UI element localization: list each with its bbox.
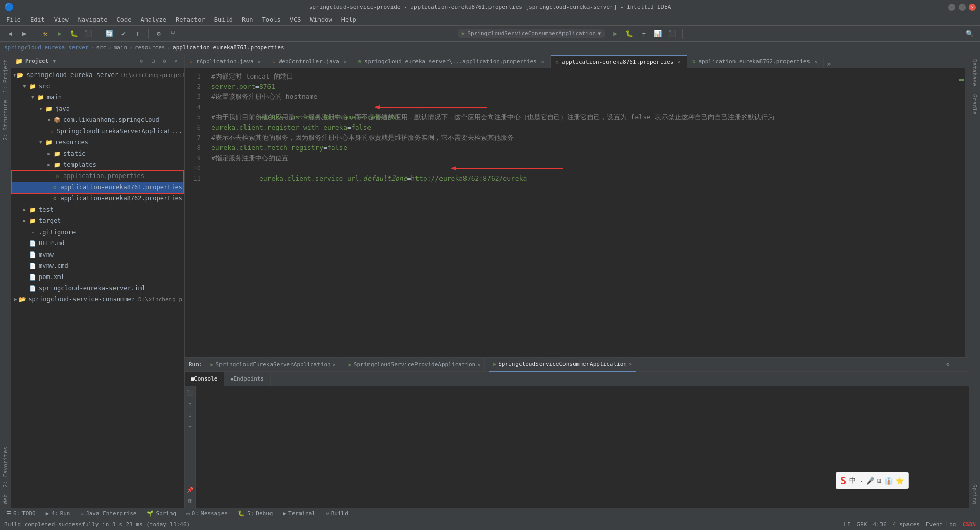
status-encoding[interactable]: GRK xyxy=(857,521,867,528)
tree-item-consummer[interactable]: ▶ 📂 springcloud-service-consummer D:\xin… xyxy=(11,294,184,305)
search-everywhere-button[interactable]: 🔍 xyxy=(964,28,976,40)
tab-eureka8762[interactable]: ⚙ application-eureka8762.properties ✕ xyxy=(687,55,824,68)
pin-button[interactable]: 📌 xyxy=(186,485,195,494)
bottom-tool-todo[interactable]: ☰ 6: TODO xyxy=(3,510,39,517)
run-settings-button[interactable]: ⚙ xyxy=(943,360,952,369)
run-minimize-button[interactable]: — xyxy=(955,360,965,369)
toolbar-settings-button[interactable]: ⚙ xyxy=(153,28,165,40)
tree-item-eureka8761[interactable]: ▶ ⚙ application-eureka8761.properties xyxy=(11,182,184,193)
toolbar-stop-button[interactable]: ⬛ xyxy=(82,28,94,40)
toolbar-update-button[interactable]: 🔄 xyxy=(103,28,115,40)
breadcrumb-resources[interactable]: resources xyxy=(135,44,165,51)
bottom-tool-messages[interactable]: ✉ 0: Messages xyxy=(183,510,231,517)
stop-run-button[interactable]: ⬛ xyxy=(186,388,195,397)
wrap-button[interactable]: ↩ xyxy=(186,422,195,431)
tree-item-java[interactable]: ▼ 📁 java xyxy=(11,103,184,114)
menu-view[interactable]: View xyxy=(50,15,73,24)
tree-item-help[interactable]: ▶ 📄 HELP.md xyxy=(11,238,184,249)
menu-tools[interactable]: Tools xyxy=(258,15,285,24)
bottom-tool-java-enterprise[interactable]: ☕ Java Enterprise xyxy=(78,510,140,517)
tab-app-props[interactable]: ⚙ springcloud-eureka-server\...applicati… xyxy=(353,55,551,68)
run-tab-close-consummer[interactable]: ✕ xyxy=(629,361,632,367)
menu-edit[interactable]: Edit xyxy=(26,15,49,24)
breadcrumb-project[interactable]: springcloud-eureka-server xyxy=(4,44,89,51)
tab-close-eureka8761[interactable]: ✕ xyxy=(676,59,681,65)
tool-project[interactable]: 1: Project xyxy=(1,56,10,96)
panel-close-button[interactable]: ✕ xyxy=(171,57,180,66)
toolbar-forward-button[interactable]: ▶ xyxy=(18,28,31,40)
toolbar-build-button[interactable]: ⚒ xyxy=(39,28,52,40)
close-button[interactable]: ✕ xyxy=(969,4,976,11)
status-lf[interactable]: LF xyxy=(844,521,850,528)
tree-item-app-props[interactable]: ▶ ⚙ application.properties xyxy=(11,170,184,182)
tab-close-rApplication[interactable]: ✕ xyxy=(257,58,262,65)
console-output[interactable] xyxy=(196,386,969,508)
tab-WebController[interactable]: ☕ WebController.java ✕ xyxy=(267,55,353,68)
menu-help[interactable]: Help xyxy=(337,15,360,24)
stop-app-button[interactable]: ⬛ xyxy=(666,28,678,40)
tree-item-iml[interactable]: ▶ 📄 springcloud-eureka-server.iml xyxy=(11,283,184,294)
tree-item-package[interactable]: ▼ 📦 com.lixuanhong.springcloud xyxy=(11,114,184,125)
console-tab-console[interactable]: ■ Console xyxy=(185,372,224,386)
tab-close-eureka8762[interactable]: ✕ xyxy=(813,58,818,65)
scroll-down-button[interactable]: ↓ xyxy=(186,411,195,420)
run-tab-consummer[interactable]: ▶ SpringcloudServiceConsummerApplication… xyxy=(489,358,636,372)
bottom-tool-debug[interactable]: 🐛 5: Debug xyxy=(235,510,276,517)
tool-favorites[interactable]: 2: Favorites xyxy=(1,444,10,490)
code-editor[interactable]: #内嵌定时 tomcat 的端口 server.port=8761 #设置该服务… xyxy=(205,68,958,357)
tool-spring-right[interactable]: Spring xyxy=(970,481,979,508)
ime-shirt[interactable]: 👔 xyxy=(885,477,893,485)
profiler-button[interactable]: 📊 xyxy=(652,28,664,40)
bottom-tool-run[interactable]: ▶ 4: Run xyxy=(43,510,74,517)
run-config-selector[interactable]: ▶ SpringcloudServiceConsummerApplication… xyxy=(458,29,605,38)
tool-structure[interactable]: 2: Structure xyxy=(1,97,10,143)
status-csdn[interactable]: CSDN xyxy=(963,521,976,528)
menu-navigate[interactable]: Navigate xyxy=(74,15,112,24)
breadcrumb-src[interactable]: src xyxy=(96,44,106,51)
toolbar-push-button[interactable]: ↑ xyxy=(132,28,144,40)
toolbar-run-button[interactable]: ▶ xyxy=(54,28,66,40)
toolbar-vcs-button[interactable]: ⑂ xyxy=(167,28,179,40)
ime-keyboard[interactable]: ⊞ xyxy=(877,477,881,485)
menu-build[interactable]: Build xyxy=(210,15,237,24)
tree-item-eureka8762[interactable]: ▶ ⚙ application-eureka8762.properties xyxy=(11,193,184,204)
menu-file[interactable]: File xyxy=(2,15,25,24)
ime-mode[interactable]: 中 xyxy=(849,476,856,485)
coverage-button[interactable]: ☂ xyxy=(638,28,650,40)
ime-mic[interactable]: 🎤 xyxy=(866,477,874,485)
run-app-button[interactable]: ▶ xyxy=(609,28,621,40)
run-tab-close-provide[interactable]: ✕ xyxy=(477,362,480,367)
debug-app-button[interactable]: 🐛 xyxy=(623,28,635,40)
run-tab-close-eureka-server[interactable]: ✕ xyxy=(333,362,336,367)
tree-item-eureka-server[interactable]: ▼ 📂 springcloud-eureka-server D:\xinchen… xyxy=(11,69,184,81)
panel-sync-button[interactable]: ⊕ xyxy=(137,57,146,66)
panel-collapse-button[interactable]: ⊟ xyxy=(149,57,158,66)
bottom-tool-spring[interactable]: 🌱 Spring xyxy=(143,510,179,517)
menu-refactor[interactable]: Refactor xyxy=(172,15,209,24)
editor-scrollbar[interactable] xyxy=(965,68,969,357)
panel-settings-button[interactable]: ⚙ xyxy=(160,57,169,66)
toolbar-debug-button[interactable]: 🐛 xyxy=(68,28,80,40)
bottom-tool-build[interactable]: ⚒ Build xyxy=(323,510,351,517)
minimize-button[interactable]: — xyxy=(948,4,955,11)
project-panel-dropdown[interactable]: ▼ xyxy=(53,58,56,64)
run-tab-provide[interactable]: ▶ SpringcloudServiceProvideApplication ✕ xyxy=(345,358,485,372)
status-spaces[interactable]: 4 spaces xyxy=(893,521,920,528)
tree-item-gitignore[interactable]: ▶ ⑂ .gitignore xyxy=(11,226,184,238)
menu-code[interactable]: Code xyxy=(113,15,136,24)
status-eventlog[interactable]: Event Log xyxy=(926,521,957,528)
tool-database[interactable]: Database xyxy=(970,56,979,89)
trash-button[interactable]: 🗑 xyxy=(186,496,195,506)
tabs-overflow-button[interactable]: » xyxy=(824,60,834,68)
breadcrumb-main[interactable]: main xyxy=(114,44,128,51)
tree-item-resources[interactable]: ▼ 📁 resources xyxy=(11,137,184,148)
menu-analyze[interactable]: Analyze xyxy=(136,15,170,24)
tool-web[interactable]: Web xyxy=(1,491,10,508)
tab-close-app-props[interactable]: ✕ xyxy=(540,58,545,65)
menu-window[interactable]: Window xyxy=(306,15,336,24)
maximize-button[interactable]: □ xyxy=(959,4,966,11)
tree-item-templates[interactable]: ▶ 📁 templates xyxy=(11,159,184,170)
ime-dot[interactable]: · xyxy=(859,477,863,485)
tree-item-main[interactable]: ▼ 📁 main xyxy=(11,92,184,103)
tree-item-static[interactable]: ▶ 📁 static xyxy=(11,148,184,159)
